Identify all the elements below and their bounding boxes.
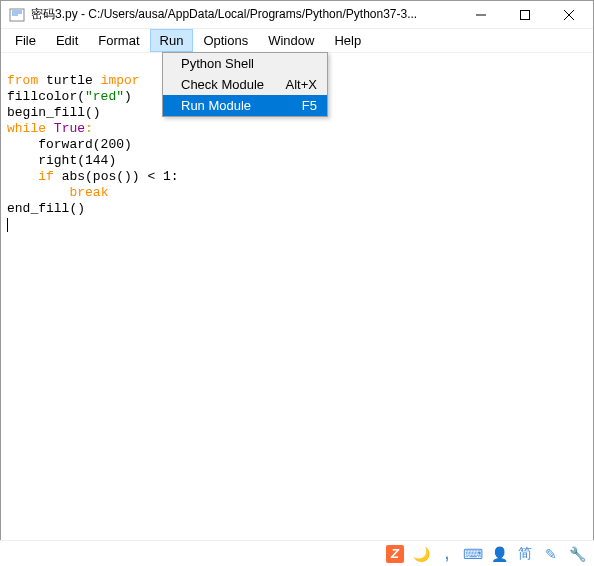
- pencil-icon[interactable]: ✎: [542, 545, 560, 563]
- menu-format[interactable]: Format: [88, 29, 149, 52]
- code-keyword: break: [69, 185, 108, 200]
- window-title: 密码3.py - C:/Users/ausa/AppData/Local/Pro…: [31, 6, 459, 23]
- code-builtin: True: [54, 121, 85, 136]
- code-text: end_fill(): [7, 201, 85, 216]
- code-keyword: if: [38, 169, 54, 184]
- code-text: turtle: [38, 73, 100, 88]
- dropdown-item-label: Run Module: [181, 98, 290, 113]
- keyboard-icon[interactable]: ⌨: [464, 545, 482, 563]
- code-text: right(144): [7, 153, 116, 168]
- dropdown-item-shortcut: Alt+X: [286, 77, 317, 92]
- comma-icon[interactable]: ,: [438, 545, 456, 563]
- menu-run[interactable]: Run: [150, 29, 194, 52]
- dropdown-python-shell[interactable]: Python Shell: [163, 53, 327, 74]
- minimize-button[interactable]: [459, 1, 503, 29]
- ime-icon[interactable]: 简: [516, 545, 534, 563]
- window-controls: [459, 1, 591, 29]
- menu-edit[interactable]: Edit: [46, 29, 88, 52]
- dropdown-item-shortcut: F5: [302, 98, 317, 113]
- code-text: begin_fill(): [7, 105, 101, 120]
- dropdown-item-label: Check Module: [181, 77, 274, 92]
- dropdown-item-label: Python Shell: [181, 56, 305, 71]
- code-keyword: from: [7, 73, 38, 88]
- code-editor[interactable]: from turtle impor fillcolor("red") begin…: [1, 53, 593, 539]
- menu-window[interactable]: Window: [258, 29, 324, 52]
- code-text: fillcolor(: [7, 89, 85, 104]
- close-button[interactable]: [547, 1, 591, 29]
- menu-options[interactable]: Options: [193, 29, 258, 52]
- app-icon: [9, 7, 25, 23]
- menubar: File Edit Format Run Options Window Help: [1, 29, 593, 53]
- code-text: abs(pos()) < 1:: [54, 169, 179, 184]
- moon-icon[interactable]: 🌙: [412, 545, 430, 563]
- maximize-button[interactable]: [503, 1, 547, 29]
- statusbar: Z 🌙 , ⌨ 👤 简 ✎ 🔧: [0, 540, 594, 566]
- text-cursor: [7, 218, 8, 232]
- code-text: [7, 185, 69, 200]
- titlebar: 密码3.py - C:/Users/ausa/AppData/Local/Pro…: [1, 1, 593, 29]
- wrench-icon[interactable]: 🔧: [568, 545, 586, 563]
- tray-z-icon[interactable]: Z: [386, 545, 404, 563]
- user-icon[interactable]: 👤: [490, 545, 508, 563]
- code-text: [46, 121, 54, 136]
- code-text: [7, 169, 38, 184]
- menu-file[interactable]: File: [5, 29, 46, 52]
- svg-rect-2: [521, 10, 530, 19]
- dropdown-check-module[interactable]: Check Module Alt+X: [163, 74, 327, 95]
- code-text: ): [124, 89, 132, 104]
- menu-help[interactable]: Help: [324, 29, 371, 52]
- code-keyword: while: [7, 121, 46, 136]
- run-dropdown: Python Shell Check Module Alt+X Run Modu…: [162, 52, 328, 117]
- dropdown-run-module[interactable]: Run Module F5: [163, 95, 327, 116]
- code-string: "red": [85, 89, 124, 104]
- code-text: :: [85, 121, 93, 136]
- code-text: forward(200): [7, 137, 132, 152]
- code-keyword: impor: [101, 73, 140, 88]
